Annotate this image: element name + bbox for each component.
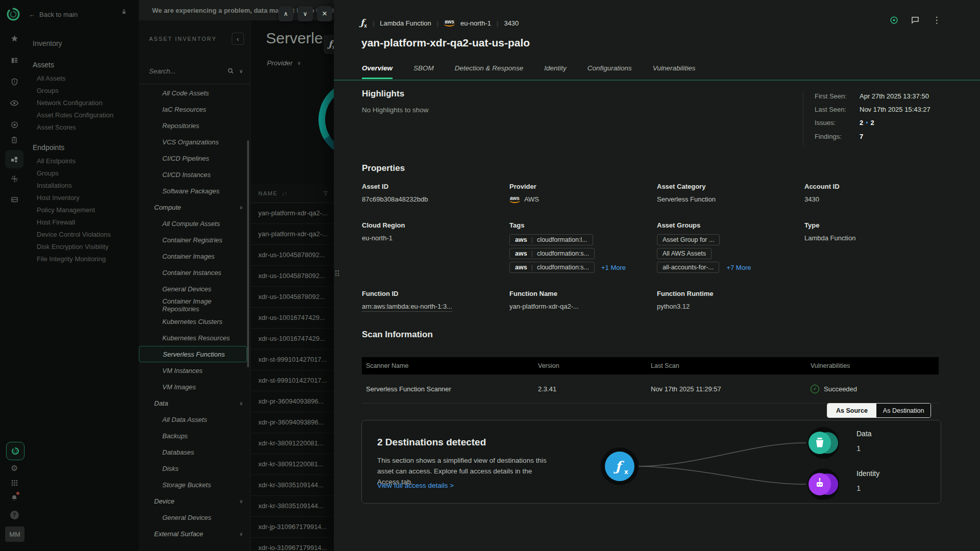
asset-tree-item[interactable]: Software Packages ∨: [139, 183, 248, 199]
asset-tree-item[interactable]: CI/CD Instances ∨: [139, 166, 248, 183]
tree-search-input[interactable]: [148, 67, 222, 76]
asset-tree-item[interactable]: Serverless Functions ∨: [139, 346, 247, 362]
issues-value[interactable]: 2•2: [860, 118, 874, 128]
sidebar-nav-item[interactable]: Host Firewall: [0, 216, 139, 229]
panel-tab[interactable]: Detection & Response: [455, 64, 523, 79]
sidebar-nav-item[interactable]: Device Control Violations: [0, 229, 139, 241]
sidebar-nav-item[interactable]: Policy Management: [0, 204, 139, 216]
panel-tab[interactable]: Configurations: [587, 64, 632, 79]
asset-meta-summary: First Seen:Apr 27th 2025 13:37:50 Last S…: [803, 92, 968, 145]
asset-group-chip[interactable]: All AWS Assets: [657, 248, 712, 259]
asset-group-chip[interactable]: Asset Group for ...: [657, 234, 720, 245]
panel-tab[interactable]: SBOM: [413, 64, 434, 79]
search-icon[interactable]: [227, 67, 234, 74]
asset-group-chip[interactable]: all-accounts-for-...: [657, 262, 719, 273]
asset-tree-item[interactable]: VCS Organizations ∨: [139, 134, 248, 150]
data-node-label: Data: [856, 430, 872, 438]
sidebar-nav-item[interactable]: Asset Scores: [0, 121, 139, 134]
sidebar-nav-item[interactable]: Host Inventory: [0, 192, 139, 204]
collapse-panel-button[interactable]: ‹: [232, 33, 244, 45]
sidebar-nav-item[interactable]: Inventory: [0, 37, 139, 50]
asset-tree-item[interactable]: All Compute Assets ∨: [139, 215, 248, 232]
tree-scrollbar[interactable]: [247, 140, 249, 367]
asset-tree-item[interactable]: Repositories ∨: [139, 117, 248, 134]
asset-tree-item[interactable]: Databases ∨: [139, 444, 248, 460]
asset-tree-item[interactable]: Kubernetes Resources ∨: [139, 330, 248, 346]
asset-tree-item[interactable]: General Devices ∨: [139, 509, 248, 525]
provider-filter[interactable]: Provider ∨: [267, 59, 301, 67]
aws-logo-icon: aws: [509, 196, 520, 203]
svg-text:x: x: [624, 468, 628, 475]
scope-icon[interactable]: [888, 14, 899, 26]
sidebar-nav-item[interactable]: All Assets: [0, 72, 139, 85]
sidebar-nav-item[interactable]: Asset Roles Configuration: [0, 109, 139, 121]
sidebar-nav-item[interactable]: Groups: [0, 167, 139, 180]
copilot-button[interactable]: [6, 442, 24, 460]
tag-chip[interactable]: aws|cloudformation:s...: [509, 248, 595, 259]
asset-tree-item[interactable]: All Data Assets ∨: [139, 411, 248, 428]
success-check-icon: ✓: [811, 385, 819, 393]
asset-tree-item[interactable]: Backups ∨: [139, 428, 248, 444]
filter-funnel-icon[interactable]: [323, 190, 329, 196]
sort-icon[interactable]: ↓↑: [282, 190, 287, 196]
as-destination-button[interactable]: As Destination: [876, 404, 931, 417]
kebab-menu-icon[interactable]: ⋮: [931, 14, 942, 26]
panel-breadcrumb: ƒx | Lambda Function | aws eu-north-1 | …: [360, 17, 519, 29]
properties-title: Properties: [362, 163, 405, 173]
asset-tree-item[interactable]: Compute ∨: [139, 199, 248, 215]
as-source-button[interactable]: As Source: [827, 404, 876, 417]
asset-tree-item[interactable]: Disks ∨: [139, 460, 248, 477]
notifications-bell-icon[interactable]: [8, 492, 20, 504]
sidebar-nav-item[interactable]: Groups: [0, 85, 139, 97]
sidebar-nav-item[interactable]: Network Configuration: [0, 97, 139, 109]
severity-dot-icon: •: [866, 119, 868, 127]
panel-tab[interactable]: Identity: [544, 64, 567, 79]
prop-cloud-region: Cloud Region eu-north-1: [362, 221, 405, 242]
sidebar-nav-item[interactable]: Assets: [0, 58, 139, 71]
panel-tab[interactable]: Overview: [362, 64, 393, 79]
findings-value[interactable]: 7: [860, 132, 863, 141]
asset-tree-item[interactable]: Container Image Repositories ∨: [139, 297, 248, 313]
search-options-chevron-icon[interactable]: ∨: [239, 68, 243, 74]
comment-icon[interactable]: [910, 14, 921, 26]
asset-tree-item[interactable]: Container Instances ∨: [139, 264, 248, 281]
back-to-main-button[interactable]: ← Back to main: [29, 11, 78, 18]
sidebar-nav-item[interactable]: Installations: [0, 180, 139, 192]
asset-tree-item[interactable]: Container Registries ∨: [139, 232, 248, 248]
asset-tree-item[interactable]: VM Instances ∨: [139, 362, 248, 379]
view-access-details-link[interactable]: View full access details >: [377, 482, 454, 489]
asset-tree-item[interactable]: Container Images ∨: [139, 248, 248, 264]
close-panel-button[interactable]: ×: [317, 6, 332, 21]
scan-table-row[interactable]: Serverless Function Scanner 2.3.41 Nov 1…: [362, 374, 939, 404]
panel-tab[interactable]: Vulnerabilities: [653, 64, 696, 79]
sidebar-nav-item[interactable]: Disk Encryption Visibility: [0, 241, 139, 253]
sidebar-nav-item[interactable]: File Integrity Monitoring: [0, 253, 139, 265]
asset-tree-item[interactable]: Data ∨: [139, 395, 248, 411]
asset-details-panel: ⠿ ƒx | Lambda Function | aws eu-north-1 …: [334, 0, 980, 551]
resize-drag-handle[interactable]: ⠿: [334, 269, 340, 279]
asset-tree-item[interactable]: Storage Buckets ∨: [139, 477, 248, 493]
tag-chip[interactable]: aws|cloudformation:s...: [509, 262, 595, 273]
tags-more-link[interactable]: +1 More: [601, 264, 626, 271]
sidebar-nav-item[interactable]: All Endpoints: [0, 155, 139, 167]
sidebar-nav-item[interactable]: Endpoints: [0, 141, 139, 154]
asset-tree-item[interactable]: Kubernetes Clusters ∨: [139, 313, 248, 330]
settings-gear-icon[interactable]: ⚙: [8, 462, 20, 474]
destinations-title: 2 Destinations detected: [377, 437, 486, 448]
asset-tree-item[interactable]: Device ∨: [139, 493, 248, 509]
asset-groups-more-link[interactable]: +7 More: [726, 264, 751, 271]
help-icon[interactable]: ?: [8, 509, 20, 521]
tag-chip[interactable]: aws|cloudformation:l...: [509, 234, 593, 245]
scan-information-title: Scan Information: [362, 330, 433, 340]
apps-grid-icon[interactable]: [8, 477, 20, 489]
asset-tree-item[interactable]: CI/CD Pipelines ∨: [139, 150, 248, 166]
asset-tree-item[interactable]: General Devices ∨: [139, 281, 248, 297]
asset-tree-item[interactable]: IaC Resources ∨: [139, 101, 248, 117]
asset-tree-item[interactable]: VM Images ∨: [139, 379, 248, 395]
previous-asset-button[interactable]: ∧: [278, 6, 293, 21]
next-asset-button[interactable]: ∨: [298, 6, 313, 21]
asset-tree-item[interactable]: External Surface ∨: [139, 525, 248, 542]
user-avatar[interactable]: MM: [5, 527, 24, 542]
asset-tree-item[interactable]: All Code Assets ∨: [139, 85, 248, 101]
sidebar: ← Back to main Inventory Assets All Asse…: [0, 0, 139, 551]
